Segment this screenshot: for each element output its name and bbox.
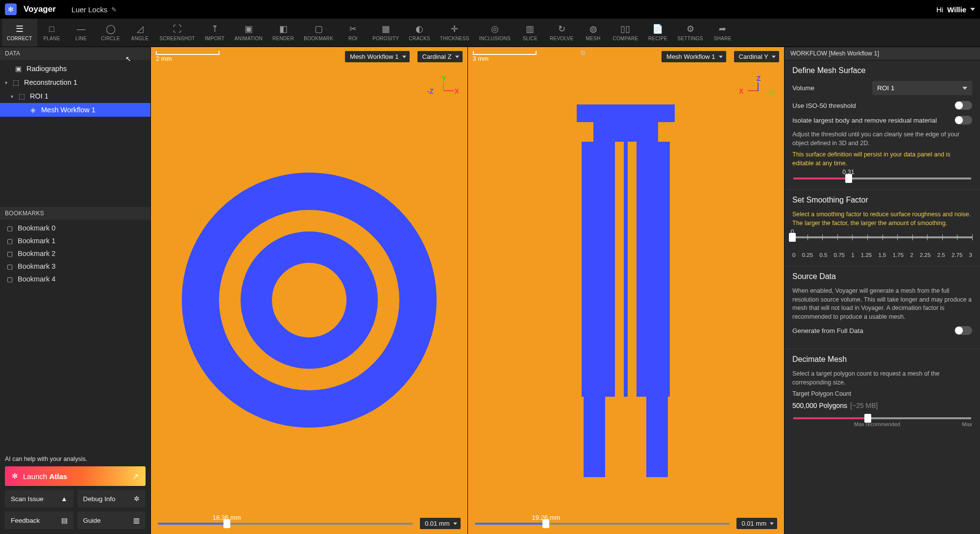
right-slice-slider[interactable]: 19.26 mm [475, 523, 730, 525]
bookmark-item[interactable]: ▢Bookmark 4 [0, 273, 150, 285]
chevron-down-icon: ▾ [11, 94, 13, 99]
main-toolbar: ☰CORRECT□PLANE—LINE◯CIRCLE◿ANGLE⛶SCREENS… [0, 19, 980, 47]
smoothing-title: Set Smoothing Factor [792, 196, 972, 204]
doc-icon: ▥ [133, 516, 140, 524]
dec-max: Max [962, 421, 972, 427]
section-smoothing: Set Smoothing Factor Select a smoothing … [784, 190, 980, 266]
tree-item-radiographs[interactable]: ▣Radiographs [0, 62, 150, 76]
scan-issue-button[interactable]: Scan Issue▲ [5, 490, 74, 508]
tree-item-reconstruction-1[interactable]: ▾⬚Reconstruction 1 [0, 76, 150, 89]
tool-thickness[interactable]: ✛THICKNESS [435, 19, 474, 47]
fulldata-toggle[interactable] [955, 326, 972, 335]
import-icon: ⤒ [211, 24, 219, 34]
viewport-left[interactable]: 2 mm Mesh Workflow 1 Cardinal Z Y X -Z [151, 47, 467, 534]
tool-animation[interactable]: ▣ANIMATION [230, 19, 268, 47]
app-name: Voyager [24, 4, 56, 14]
decimate-title: Decimate Mesh [792, 355, 972, 364]
iso50-toggle[interactable] [955, 101, 972, 110]
polycount-size: [~25 MB] [850, 402, 878, 409]
viewport-right[interactable]: 3 mm Mesh Workflow 1 Cardinal Y Z X -Y [467, 47, 784, 534]
guide-button[interactable]: Guide▥ [77, 511, 146, 529]
bookmark-icon: ▢ [7, 237, 13, 245]
bookmark-item[interactable]: ▢Bookmark 1 [0, 234, 150, 247]
tool-revolve[interactable]: ↻REVOLVE [545, 19, 579, 47]
launch-atlas-button[interactable]: ✻ Launch Atlas ↗ [5, 466, 146, 486]
share-icon: ➦ [719, 24, 726, 34]
tree-item-mesh-workflow-1[interactable]: ◈Mesh Workflow 1 [0, 103, 150, 117]
user-menu[interactable]: Hi Willie [936, 5, 975, 14]
edit-icon[interactable]: ✎ [111, 6, 117, 13]
tree-item-roi-1[interactable]: ▾⬚ROI 1 [0, 89, 150, 103]
tool-recipe[interactable]: 📄RECIPE [643, 19, 672, 47]
bookmark-item[interactable]: ▢Bookmark 2 [0, 247, 150, 260]
threshold-slider[interactable]: 0.31 [793, 178, 971, 179]
arrow-icon: ↗ [132, 472, 139, 481]
project-name-text: Luer Locks [72, 5, 107, 14]
tool-cracks[interactable]: ◐CRACKS [404, 19, 435, 47]
warning-icon: ▲ [61, 495, 67, 503]
tool-angle[interactable]: ◿ANGLE [125, 19, 155, 47]
isolate-toggle[interactable] [955, 116, 972, 125]
tool-bookmark[interactable]: ▢BOOKMARK [299, 19, 338, 47]
right-axis-dropdown[interactable]: Cardinal Y [734, 51, 779, 62]
tool-share[interactable]: ➦SHARE [708, 19, 737, 47]
plane-icon: □ [49, 24, 54, 34]
right-step-dropdown[interactable]: 0.01 mm [736, 518, 777, 529]
tool-compare[interactable]: ▯▯COMPARE [608, 19, 643, 47]
axis-gizmo-right: Z X -Y [739, 76, 778, 111]
feedback-button[interactable]: Feedback▤ [5, 511, 74, 529]
tool-settings[interactable]: ⚙SETTINGS [672, 19, 708, 47]
section-decimate: Decimate Mesh Select a target polygon co… [784, 349, 980, 435]
greeting-prefix: Hi [936, 5, 943, 14]
bookmark-item[interactable]: ▢Bookmark 0 [0, 222, 150, 234]
bookmark-icon: ▢ [7, 276, 13, 283]
popout-icon[interactable]: ⧉ [581, 49, 585, 57]
project-name[interactable]: Luer Locks ✎ [72, 5, 117, 14]
atlas-icon: ✻ [12, 472, 18, 481]
source-title: Source Data [792, 272, 972, 281]
smoothing-slider[interactable]: 0 [792, 236, 972, 249]
node-icon: ⬚ [17, 92, 26, 100]
tool-porosity[interactable]: ▦POROSITY [368, 19, 404, 47]
volume-select[interactable]: ROI 1 [872, 81, 972, 95]
section-source-data: Source Data When enabled, Voyager will g… [784, 266, 980, 349]
angle-icon: ◿ [137, 24, 144, 34]
left-step-dropdown[interactable]: 0.01 mm [420, 518, 461, 529]
dec-max-rec: Max recommended [854, 421, 900, 427]
tool-screenshot[interactable]: ⛶SCREENSHOT [155, 19, 200, 47]
screenshot-icon: ⛶ [173, 24, 182, 34]
app-logo[interactable]: ✻ [5, 3, 17, 15]
animation-icon: ▣ [245, 24, 253, 34]
define-title: Define Mesh Surface [792, 66, 972, 75]
user-name: Willie [947, 5, 966, 14]
left-workflow-dropdown[interactable]: Mesh Workflow 1 [345, 51, 409, 62]
left-axis-dropdown[interactable]: Cardinal Z [417, 51, 463, 62]
decimate-hint: Select a target polygon count to request… [792, 370, 972, 387]
tool-slice[interactable]: ▥SLICE [515, 19, 545, 47]
node-icon: ⬚ [11, 78, 20, 86]
tool-circle[interactable]: ◯CIRCLE [96, 19, 125, 47]
smoothing-tick-labels: 00.250.50.7511.251.51.7522.252.52.753 [792, 252, 972, 258]
viewport-area: ⧉ 2 mm Mesh Workflow 1 Cardinal Z Y X -Z [151, 47, 784, 534]
define-hint-1: Adjust the threshold until you can clear… [792, 130, 972, 148]
node-icon: ◈ [28, 106, 37, 114]
isolate-label: Isolate largest body and remove residual… [792, 117, 950, 124]
settings-icon: ⚙ [686, 24, 694, 34]
tool-line[interactable]: —LINE [67, 19, 96, 47]
decimate-slider[interactable] [793, 417, 971, 419]
bookmark-item[interactable]: ▢Bookmark 3 [0, 260, 150, 273]
tool-import[interactable]: ⤒IMPORT [200, 19, 230, 47]
circle-icon: ◯ [106, 24, 116, 34]
compare-icon: ▯▯ [620, 24, 630, 34]
tool-plane[interactable]: □PLANE [37, 19, 67, 47]
tool-mesh[interactable]: ◍MESH [579, 19, 608, 47]
debug-info-button[interactable]: Debug Info✲ [77, 490, 146, 508]
tool-correct[interactable]: ☰CORRECT [2, 19, 37, 47]
tool-roi[interactable]: ✂ROI [338, 19, 368, 47]
tool-inclusions[interactable]: ◎INCLUSIONS [474, 19, 515, 47]
ct-luer [552, 104, 699, 477]
slice-icon: ▥ [526, 24, 534, 34]
left-slice-slider[interactable]: 18.36 mm [158, 523, 413, 525]
tool-render[interactable]: ◧RENDER [268, 19, 299, 47]
right-workflow-dropdown[interactable]: Mesh Workflow 1 [662, 51, 726, 62]
